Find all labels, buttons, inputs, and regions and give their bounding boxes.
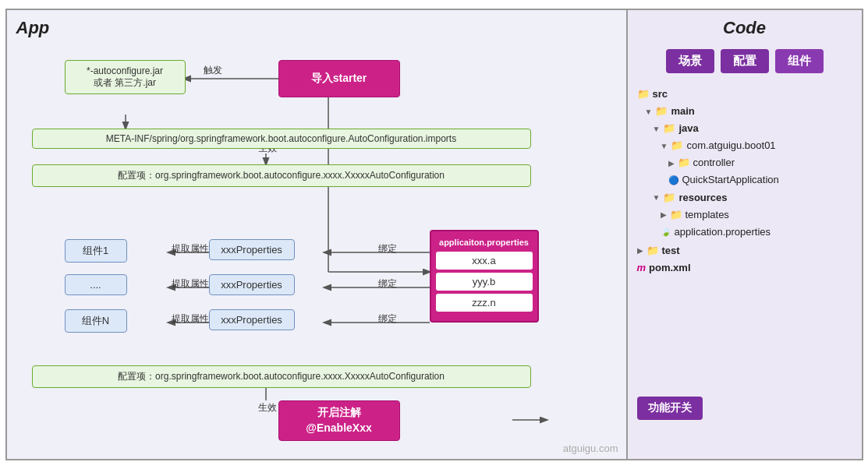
scene-button[interactable]: 场景	[666, 49, 714, 73]
code-panel: Code 场景 配置 组件 📁 src ▼ 📁 main ▼ 📁 java	[628, 10, 862, 459]
tree-pom: m pom.xml	[637, 259, 852, 277]
arrow-icon: ▶	[637, 244, 643, 257]
tree-main: ▼ 📁 main	[637, 103, 852, 120]
prop-b: yyy.b	[436, 273, 533, 291]
folder-icon: 📁	[647, 242, 659, 259]
tree-resources: ▼ 📁 resources	[637, 189, 852, 206]
folder-icon: 📁	[637, 86, 650, 103]
meta-inf-box: META-INF/spring/org.springframework.boot…	[32, 129, 531, 149]
arrow-icon: ▼	[653, 122, 661, 136]
tree-src: 📁 src	[637, 86, 852, 103]
import-starter-box: 导入starter	[278, 60, 400, 97]
props3-box: xxxProperties	[209, 309, 295, 330]
file-icon-green: 🍃	[661, 224, 671, 239]
arrow-icon: ▶	[668, 157, 675, 170]
code-title: Code	[637, 18, 852, 38]
code-buttons: 场景 配置 组件	[637, 49, 852, 73]
config-button[interactable]: 配置	[721, 49, 769, 73]
folder-icon: 📁	[655, 103, 668, 120]
config2-box: 配置项：org.springframework.boot.autoconfigu…	[32, 365, 531, 388]
func-switch-button[interactable]: 功能开关	[637, 397, 703, 420]
app-title: App	[16, 18, 617, 38]
tree-package: ▼ 📁 com.atguigu.boot01	[637, 137, 852, 154]
tree-app-properties: 🍃 application.properties	[637, 224, 852, 241]
bind1-label: 绑定	[378, 242, 397, 256]
bind2-label: 绑定	[378, 277, 397, 291]
jar-box: *-autoconfigure.jar 或者 第三方.jar	[65, 60, 186, 94]
tree-test: ▶ 📁 test	[637, 242, 852, 259]
app-panel: App 触发	[7, 10, 628, 459]
diagram: 触发 生效	[16, 46, 617, 436]
folder-icon: 📁	[678, 154, 690, 171]
enable-box: 开启注解 @EnableXxx	[278, 400, 400, 441]
file-tree: 📁 src ▼ 📁 main ▼ 📁 java ▼ 📁 com.atguigu.…	[637, 86, 852, 277]
app-properties-box: applicaiton.properties xxx.a yyy.b zzz.n	[430, 230, 539, 323]
arrow-icon: ▼	[661, 139, 668, 153]
arrow-icon: ▼	[653, 191, 661, 204]
tree-java: ▼ 📁 java	[637, 120, 852, 137]
tree-templates: ▶ 📁 templates	[637, 206, 852, 224]
props1-box: xxxProperties	[209, 239, 295, 260]
props2-box: xxxProperties	[209, 274, 295, 295]
prop-n: zzz.n	[436, 294, 533, 312]
svg-text:触发: 触发	[204, 65, 222, 76]
bind3-label: 绑定	[378, 312, 397, 326]
component-dots-box: ....	[65, 274, 127, 295]
componentN-box: 组件N	[65, 309, 127, 333]
svg-text:生效: 生效	[258, 402, 277, 413]
component-button[interactable]: 组件	[775, 49, 824, 73]
arrow-icon: ▶	[661, 208, 667, 221]
extract2-label: 提取属性	[172, 277, 209, 291]
tree-controller: ▶ 📁 controller	[637, 154, 852, 171]
folder-icon: 📁	[663, 120, 675, 137]
extract1-label: 提取属性	[172, 242, 209, 256]
tree-quickstart: 🔵 QuickStartApplication	[637, 171, 852, 189]
watermark: atguigu.com	[563, 443, 618, 454]
folder-icon: 📁	[671, 137, 683, 154]
folder-icon: 📁	[663, 189, 675, 206]
component1-box: 组件1	[65, 239, 127, 263]
file-icon-m: m	[637, 259, 647, 277]
file-icon: 🔵	[668, 173, 679, 188]
func-btn-container: 功能开关	[637, 390, 703, 420]
config1-box: 配置项：org.springframework.boot.autoconfigu…	[32, 164, 531, 187]
extract3-label: 提取属性	[172, 312, 209, 326]
prop-a: xxx.a	[436, 252, 533, 270]
folder-icon: 📁	[670, 206, 682, 224]
main-container: App 触发	[5, 9, 863, 460]
arrow-icon: ▼	[645, 105, 653, 118]
